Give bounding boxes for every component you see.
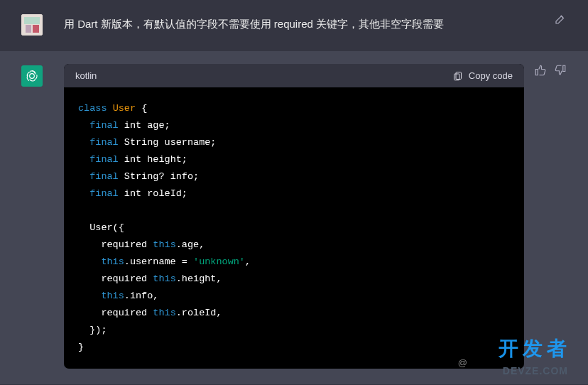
openai-icon xyxy=(25,69,39,83)
assistant-avatar-gutter xyxy=(0,64,64,369)
user-avatar xyxy=(21,14,43,36)
user-text: 用 Dart 新版本，有默认值的字段不需要使用 required 关键字，其他非… xyxy=(64,13,524,33)
code-header: kotlin Copy code xyxy=(64,64,524,87)
svg-rect-5 xyxy=(456,72,462,80)
user-avatar-gutter xyxy=(0,13,64,36)
copy-code-button[interactable]: Copy code xyxy=(452,70,513,81)
thumbs-down-icon[interactable] xyxy=(554,64,567,77)
user-content: 用 Dart 新版本，有默认值的字段不需要使用 required 关键字，其他非… xyxy=(64,13,588,36)
code-body[interactable]: class User { final int age; final String… xyxy=(64,87,524,369)
thumbs-up-icon[interactable] xyxy=(534,64,547,77)
svg-rect-1 xyxy=(24,17,40,24)
credit-text: @ xyxy=(458,357,467,368)
watermark-en: DEVZE.COM xyxy=(503,365,568,376)
svg-point-4 xyxy=(30,74,35,79)
watermark-cn: 开发者 xyxy=(499,335,571,362)
copy-code-label: Copy code xyxy=(469,70,513,81)
code-language-label: kotlin xyxy=(75,70,97,81)
user-message-actions xyxy=(554,13,567,26)
assistant-message: kotlin Copy code class User { final int … xyxy=(0,51,588,384)
assistant-avatar xyxy=(21,65,43,87)
user-message: 用 Dart 新版本，有默认值的字段不需要使用 required 关键字，其他非… xyxy=(0,0,588,51)
avatar-image xyxy=(21,14,43,36)
svg-rect-2 xyxy=(26,25,31,33)
code-block: kotlin Copy code class User { final int … xyxy=(64,64,524,369)
svg-rect-3 xyxy=(33,25,39,33)
edit-icon[interactable] xyxy=(554,13,567,26)
assistant-message-actions xyxy=(534,64,567,77)
assistant-content: kotlin Copy code class User { final int … xyxy=(64,64,588,369)
clipboard-icon xyxy=(452,70,463,81)
